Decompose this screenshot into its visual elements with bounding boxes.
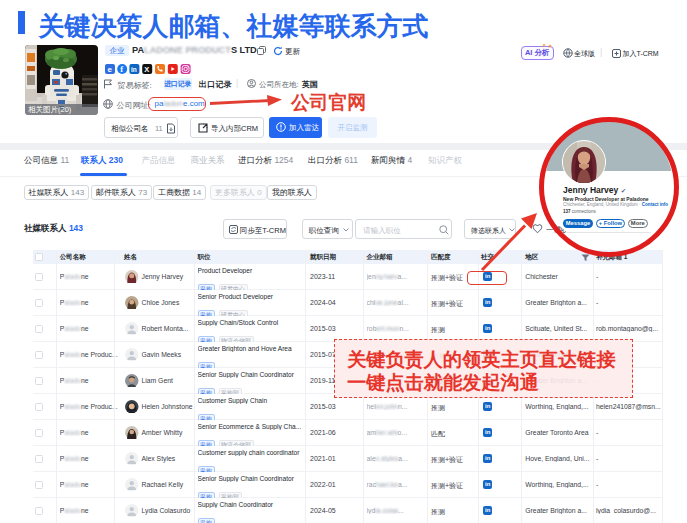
svg-text:e: e <box>108 65 113 74</box>
svg-text:X: X <box>144 65 149 74</box>
svg-text:相关图片(20): 相关图片(20) <box>28 105 72 114</box>
svg-text:f: f <box>120 64 123 74</box>
svg-text:in: in <box>131 66 137 73</box>
